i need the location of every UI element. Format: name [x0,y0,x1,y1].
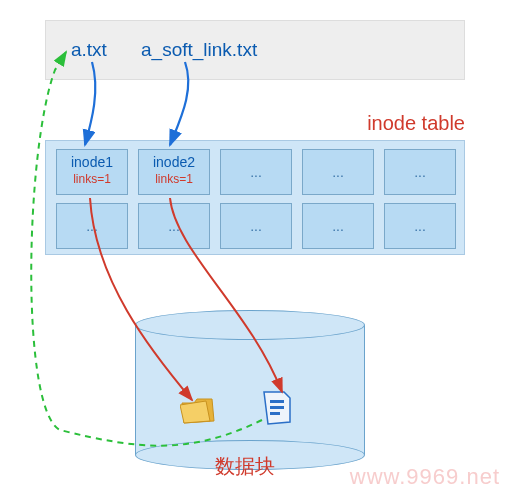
file-soft-link-label: a_soft_link.txt [141,39,257,61]
inode-cell: ... [384,149,456,195]
data-block-cylinder [135,310,365,470]
inode-links: links=1 [57,172,127,186]
file-doc-icon [260,390,294,426]
cylinder-top [135,310,365,340]
inode-cell: ... [220,203,292,249]
file-a-label: a.txt [71,39,107,61]
inode-cell: ... [138,203,210,249]
inode-name: inode2 [139,154,209,170]
data-block-label: 数据块 [215,453,275,480]
inode-table-title: inode table [367,112,465,135]
svg-rect-0 [270,400,284,403]
folder-icon [180,395,216,425]
inode-table: inode1 links=1 inode2 links=1 ... ... ..… [45,140,465,255]
inode-cell: ... [220,149,292,195]
svg-rect-1 [270,406,284,409]
watermark-text: www.9969.net [350,464,500,490]
inode-cell-1: inode1 links=1 [56,149,128,195]
filename-bar: a.txt a_soft_link.txt [45,20,465,80]
inode-cell: ... [56,203,128,249]
inode-cell: ... [302,149,374,195]
inode-cell: ... [302,203,374,249]
cylinder-body [135,325,365,455]
inode-links: links=1 [139,172,209,186]
inode-cell-2: inode2 links=1 [138,149,210,195]
inode-cell: ... [384,203,456,249]
inode-name: inode1 [57,154,127,170]
diagram-stage: a.txt a_soft_link.txt inode table inode1… [0,0,510,500]
svg-rect-2 [270,412,280,415]
